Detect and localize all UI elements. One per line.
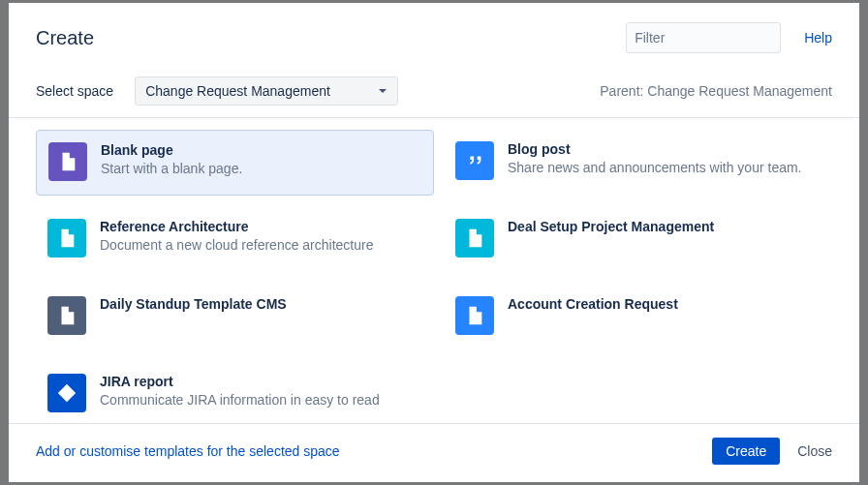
tpl-jira-report[interactable]: JIRA reportCommunicate JIRA information …: [36, 362, 434, 423]
filter-input[interactable]: [635, 30, 804, 45]
dialog-title: Create: [36, 27, 94, 49]
select-space-label: Select space: [36, 83, 113, 99]
tpl-blank-page-icon: [48, 142, 87, 181]
header-right: Help: [626, 22, 832, 53]
tpl-blank-page[interactable]: Blank pageStart with a blank page.: [36, 130, 434, 196]
template-title: Blog post: [508, 141, 802, 157]
template-body: Account Creation Request: [508, 296, 678, 312]
templates-scroll[interactable]: Blank pageStart with a blank page.Blog p…: [9, 118, 859, 423]
tpl-deal-setup[interactable]: Deal Setup Project Management: [444, 207, 842, 273]
template-body: Deal Setup Project Management: [508, 219, 714, 234]
template-title: Daily Standup Template CMS: [100, 296, 287, 312]
template-desc: Share news and announcements with your t…: [508, 159, 802, 176]
tpl-daily-standup[interactable]: Daily Standup Template CMS: [36, 285, 434, 350]
tpl-deal-setup-icon: [455, 219, 494, 258]
footer-buttons: Create Close: [712, 438, 832, 465]
template-body: Reference ArchitectureDocument a new clo…: [100, 219, 373, 254]
parent-label: Parent: Change Request Management: [600, 83, 832, 99]
template-body: Blog postShare news and announcements wi…: [508, 141, 802, 176]
space-row: Select space Change Request Management P…: [9, 63, 859, 118]
space-select-value: Change Request Management: [145, 83, 330, 99]
template-desc: Document a new cloud reference architect…: [100, 236, 373, 254]
close-button[interactable]: Close: [797, 443, 832, 459]
tpl-reference-architecture[interactable]: Reference ArchitectureDocument a new clo…: [36, 207, 434, 273]
tpl-account-creation-icon: [455, 296, 494, 335]
template-title: JIRA report: [100, 374, 380, 389]
create-dialog: Create Help Select space Change Request …: [9, 3, 859, 482]
dialog-header: Create Help: [9, 3, 859, 63]
create-button[interactable]: Create: [712, 438, 780, 465]
template-body: Blank pageStart with a blank page.: [101, 142, 242, 177]
filter-box[interactable]: [626, 22, 781, 53]
space-select[interactable]: Change Request Management: [135, 76, 398, 106]
space-left: Select space Change Request Management: [36, 76, 398, 106]
chevron-down-icon: [378, 86, 388, 96]
tpl-reference-architecture-icon: [47, 219, 86, 258]
tpl-jira-report-icon: [47, 374, 86, 412]
dialog-footer: Add or customise templates for the selec…: [9, 423, 859, 482]
template-title: Reference Architecture: [100, 219, 373, 234]
tpl-blog-post[interactable]: Blog postShare news and announcements wi…: [444, 130, 842, 196]
customise-templates-link[interactable]: Add or customise templates for the selec…: [36, 443, 340, 459]
tpl-daily-standup-icon: [47, 296, 86, 335]
help-link[interactable]: Help: [804, 30, 832, 45]
template-desc: Start with a blank page.: [101, 160, 242, 177]
template-body: JIRA reportCommunicate JIRA information …: [100, 374, 380, 409]
template-body: Daily Standup Template CMS: [100, 296, 287, 312]
tpl-blog-post-icon: [455, 141, 494, 180]
templates-grid: Blank pageStart with a blank page.Blog p…: [36, 130, 842, 423]
template-title: Blank page: [101, 142, 242, 158]
template-title: Account Creation Request: [508, 296, 678, 312]
template-desc: Communicate JIRA information in easy to …: [100, 391, 380, 409]
template-title: Deal Setup Project Management: [508, 219, 714, 234]
tpl-account-creation[interactable]: Account Creation Request: [444, 285, 842, 350]
